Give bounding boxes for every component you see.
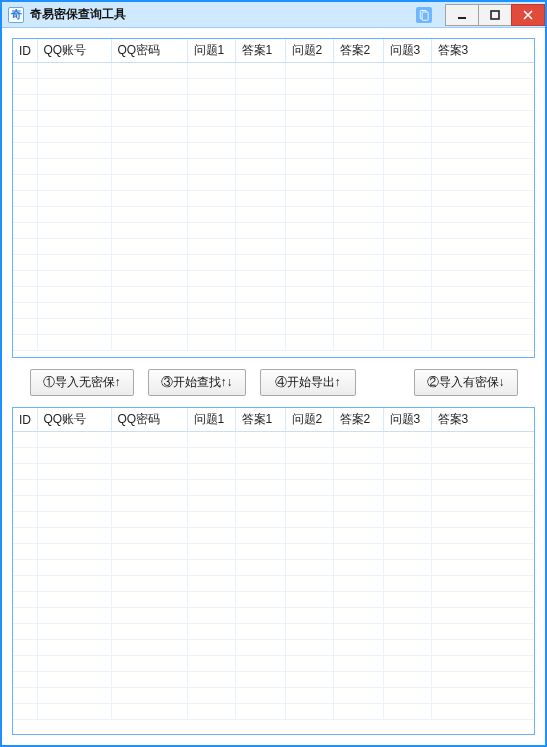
table-row[interactable] (13, 576, 534, 592)
col-header-a3[interactable]: 答案3 (431, 408, 534, 432)
maximize-button[interactable] (478, 4, 512, 26)
table-row[interactable] (13, 544, 534, 560)
col-header-pwd[interactable]: QQ密码 (111, 39, 187, 63)
titlebar-extra-icon[interactable] (416, 7, 432, 23)
table-row[interactable] (13, 255, 534, 271)
col-header-acc[interactable]: QQ账号 (37, 408, 111, 432)
table-row[interactable] (13, 223, 534, 239)
client-area: ID QQ账号 QQ密码 问题1 答案1 问题2 答案2 问题3 答案3 ①导入… (2, 28, 545, 745)
table-row[interactable] (13, 624, 534, 640)
col-header-a2[interactable]: 答案2 (333, 408, 383, 432)
table-row[interactable] (13, 464, 534, 480)
app-icon: 奇 (8, 7, 24, 23)
app-window: 奇 奇易密保查询工具 (0, 0, 547, 747)
table-row[interactable] (13, 512, 534, 528)
table-row[interactable] (13, 159, 534, 175)
col-header-q1[interactable]: 问题1 (187, 408, 235, 432)
table-row[interactable] (13, 560, 534, 576)
col-header-acc[interactable]: QQ账号 (37, 39, 111, 63)
col-header-q2[interactable]: 问题2 (285, 408, 333, 432)
col-header-id[interactable]: ID (13, 408, 37, 432)
start-export-button[interactable]: ④开始导出↑ (260, 369, 356, 396)
col-header-q3[interactable]: 问题3 (383, 39, 431, 63)
table-row[interactable] (13, 63, 534, 79)
table-row[interactable] (13, 127, 534, 143)
import-nosecure-button[interactable]: ①导入无密保↑ (30, 369, 134, 396)
table-row[interactable] (13, 480, 534, 496)
bottom-grid-header[interactable]: ID QQ账号 QQ密码 问题1 答案1 问题2 答案2 问题3 答案3 (13, 408, 534, 432)
table-row[interactable] (13, 704, 534, 720)
col-header-a2[interactable]: 答案2 (333, 39, 383, 63)
close-button[interactable] (511, 4, 545, 26)
bottom-grid[interactable]: ID QQ账号 QQ密码 问题1 答案1 问题2 答案2 问题3 答案3 (12, 407, 535, 735)
minimize-button[interactable] (445, 4, 479, 26)
col-header-q2[interactable]: 问题2 (285, 39, 333, 63)
button-row: ①导入无密保↑ ③开始查找↑↓ ④开始导出↑ ②导入有密保↓ (12, 366, 535, 399)
table-row[interactable] (13, 432, 534, 448)
table-row[interactable] (13, 592, 534, 608)
window-title: 奇易密保查询工具 (30, 6, 126, 23)
col-header-a1[interactable]: 答案1 (235, 39, 285, 63)
table-row[interactable] (13, 303, 534, 319)
svg-line-4 (524, 11, 532, 19)
window-controls (446, 4, 545, 26)
table-row[interactable] (13, 319, 534, 335)
table-row[interactable] (13, 656, 534, 672)
table-row[interactable] (13, 271, 534, 287)
table-row[interactable] (13, 608, 534, 624)
table-row[interactable] (13, 207, 534, 223)
table-row[interactable] (13, 672, 534, 688)
table-row[interactable] (13, 79, 534, 95)
svg-rect-1 (422, 12, 428, 20)
import-secure-button[interactable]: ②导入有密保↓ (414, 369, 518, 396)
table-row[interactable] (13, 191, 534, 207)
table-row[interactable] (13, 175, 534, 191)
start-search-button[interactable]: ③开始查找↑↓ (148, 369, 246, 396)
table-row[interactable] (13, 287, 534, 303)
table-row[interactable] (13, 448, 534, 464)
table-row[interactable] (13, 239, 534, 255)
table-row[interactable] (13, 496, 534, 512)
table-row[interactable] (13, 95, 534, 111)
col-header-a3[interactable]: 答案3 (431, 39, 534, 63)
col-header-id[interactable]: ID (13, 39, 37, 63)
table-row[interactable] (13, 143, 534, 159)
table-row[interactable] (13, 111, 534, 127)
top-grid-header[interactable]: ID QQ账号 QQ密码 问题1 答案1 问题2 答案2 问题3 答案3 (13, 39, 534, 63)
svg-rect-3 (491, 11, 499, 19)
table-row[interactable] (13, 640, 534, 656)
table-row[interactable] (13, 688, 534, 704)
title-bar[interactable]: 奇 奇易密保查询工具 (2, 2, 545, 28)
col-header-pwd[interactable]: QQ密码 (111, 408, 187, 432)
col-header-q3[interactable]: 问题3 (383, 408, 431, 432)
top-grid[interactable]: ID QQ账号 QQ密码 问题1 答案1 问题2 答案2 问题3 答案3 (12, 38, 535, 358)
table-row[interactable] (13, 335, 534, 351)
svg-line-5 (524, 11, 532, 19)
col-header-a1[interactable]: 答案1 (235, 408, 285, 432)
table-row[interactable] (13, 528, 534, 544)
col-header-q1[interactable]: 问题1 (187, 39, 235, 63)
